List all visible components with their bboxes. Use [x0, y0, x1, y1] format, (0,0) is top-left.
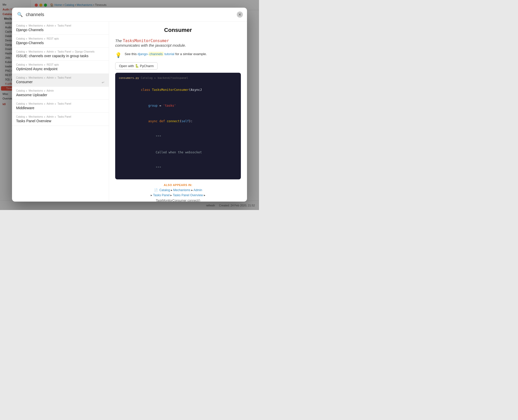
tip-link-tutorial[interactable]: tutorial [164, 52, 174, 56]
result-issue-channels[interactable]: Catalog ▸ Mechanisms ▸ Admin ▸ Tasks Pan… [12, 48, 109, 61]
result-django-channels-2[interactable]: Catalog ▸ Mechanisms ▸ REST apis Django-… [12, 35, 109, 48]
code-block-1: consumers.py Catalog ▸ backend/taskspane… [115, 73, 241, 179]
result-consumer[interactable]: Catalog ▸ Mechanisms ▸ Admin ▸ Tasks Pan… [12, 74, 109, 87]
code-line: class TasksMonitorConsumer(AsyncJ [119, 82, 237, 98]
close-modal-button[interactable]: ✕ [237, 11, 243, 18]
search-results-panel: Catalog ▸ Mechanisms ▸ Admin ▸ Tasks Pan… [12, 22, 109, 202]
code-line: group = 'tasks' [119, 98, 237, 113]
search-modal: 🔍 ✕ Catalog ▸ Mechanisms ▸ Admin ▸ Tasks… [12, 8, 247, 202]
result-django-channels[interactable]: Catalog ▸ Mechanisms ▸ Admin ▸ Tasks Pan… [12, 22, 109, 35]
code-line: async def connect(self): [119, 113, 237, 129]
lightbulb-icon: 💡 [115, 52, 122, 58]
tip-box: 💡 See this django-channels tutorial for … [115, 52, 241, 58]
admin-link[interactable]: Admin [193, 188, 202, 192]
code-filename: consumers.py [119, 76, 139, 80]
detail-title: Consumer [115, 27, 241, 33]
result-breadcrumb: Catalog ▸ Mechanisms ▸ Admin ▸ Tasks Pan… [16, 76, 105, 79]
tip-link-django[interactable]: django- [138, 52, 149, 56]
mechanisms-link[interactable]: Mechanisms [173, 188, 190, 192]
result-title: Django-Channels [16, 41, 105, 45]
open-pycharm-button[interactable]: Open with 🐍 PyCharm [115, 62, 158, 70]
detail-description: The TasksMonitorConsumer communicates wi… [115, 39, 241, 47]
code-line: """ [119, 160, 237, 176]
also-appears-section: ALSO APPEARS IN: 📄 Catalog ▸ Mechanisms … [115, 183, 241, 202]
result-breadcrumb: Catalog ▸ Mechanisms ▸ Admin [16, 89, 105, 92]
description-prefix: The [115, 39, 122, 43]
result-title: ISSUE: channels over capacity in group t… [16, 54, 105, 58]
result-title: Tasks Panel Overview [16, 119, 105, 123]
also-appears-label: ALSO APPEARS IN: [115, 183, 241, 187]
result-title: Middleware [16, 106, 105, 110]
enter-icon: ↵ [102, 80, 105, 84]
result-breadcrumb: Catalog ▸ Mechanisms ▸ Admin ▸ Tasks Pan… [16, 50, 105, 53]
search-icon: 🔍 [17, 12, 23, 17]
result-title: Django Channels [16, 28, 105, 32]
tip-link-channels[interactable]: channels [149, 52, 163, 56]
catalog-link[interactable]: Catalog [159, 188, 170, 192]
result-breadcrumb: Catalog ▸ Mechanisms ▸ Admin ▸ Tasks Pan… [16, 24, 105, 27]
result-breadcrumb: Catalog ▸ Mechanisms ▸ Admin ▸ Tasks Pan… [16, 102, 105, 105]
code-block-1-header: consumers.py Catalog ▸ backend/taskspane… [119, 76, 237, 80]
result-optimized-async[interactable]: Catalog ▸ Mechanisms ▸ REST apis Optimiz… [12, 61, 109, 74]
classname: TasksMonitorConsumer [123, 39, 169, 43]
code-line: Called when the websocket [119, 145, 237, 160]
tasks-panel-overview-link[interactable]: Tasks Panel Overview [173, 193, 203, 197]
result-breadcrumb: Catalog ▸ Mechanisms ▸ Admin ▸ Tasks Pan… [16, 115, 105, 118]
result-awesome-uploader[interactable]: Catalog ▸ Mechanisms ▸ Admin Awesome Upl… [12, 87, 109, 100]
also-appears-path: 📄 Catalog ▸ Mechanisms ▸ Admin ▸ Tasks P… [115, 188, 241, 202]
result-breadcrumb: Catalog ▸ Mechanisms ▸ REST apis [16, 63, 105, 66]
result-breadcrumb: Catalog ▸ Mechanisms ▸ REST apis [16, 37, 105, 40]
result-middleware[interactable]: Catalog ▸ Mechanisms ▸ Admin ▸ Tasks Pan… [12, 100, 109, 113]
tip-text: See this django-channels tutorial for a … [125, 52, 207, 57]
result-tasks-panel-overview[interactable]: Catalog ▸ Mechanisms ▸ Admin ▸ Tasks Pan… [12, 113, 109, 126]
result-title: Consumer ↵ [16, 80, 105, 84]
tasks-panel-link[interactable]: Tasks Panel [153, 193, 170, 197]
search-input[interactable] [26, 12, 242, 17]
search-modal-overlay: 🔍 ✕ Catalog ▸ Mechanisms ▸ Admin ▸ Tasks… [0, 0, 259, 210]
result-title: Optimized Async endpoint [16, 67, 105, 71]
description-suffix: communicates with the javascript module. [115, 43, 186, 47]
result-title: Awesome Uploader [16, 93, 105, 97]
detail-panel: Consumer The TasksMonitorConsumer commun… [109, 22, 247, 202]
search-header: 🔍 ✕ [12, 8, 247, 22]
modal-body: Catalog ▸ Mechanisms ▸ Admin ▸ Tasks Pan… [12, 22, 247, 202]
code-line: """ [119, 129, 237, 145]
